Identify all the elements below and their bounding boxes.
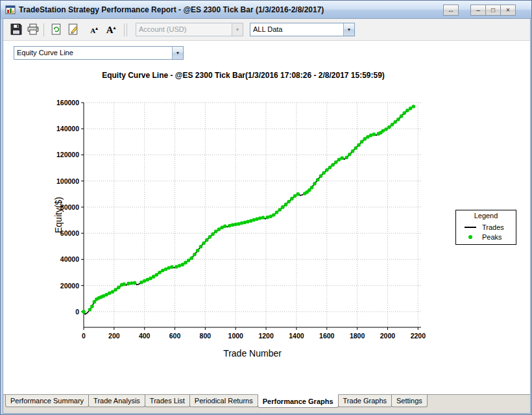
graph-type-combobox-value: Equity Curve Line: [17, 49, 171, 57]
chart-legend: Legend TradesPeaks: [455, 210, 516, 245]
font-increase-button[interactable]: A▴: [103, 22, 119, 38]
tab-performance-summary[interactable]: Performance Summary: [5, 395, 89, 407]
close-button[interactable]: ×: [500, 5, 516, 16]
svg-text:100000: 100000: [56, 177, 79, 185]
tab-trade-analysis[interactable]: Trade Analysis: [88, 395, 145, 407]
svg-text:1800: 1800: [350, 332, 365, 340]
window-nav-button[interactable]: ↔: [443, 5, 459, 16]
tab-trades-list[interactable]: Trades List: [145, 395, 190, 407]
svg-text:40000: 40000: [60, 255, 79, 263]
tab-trade-graphs[interactable]: Trade Graphs: [338, 395, 392, 407]
svg-text:1400: 1400: [289, 332, 304, 340]
account-combobox: Account (USD) ▼: [136, 23, 243, 36]
refresh-report-button[interactable]: [49, 22, 64, 38]
tab-performance-graphs[interactable]: Performance Graphs: [258, 394, 339, 408]
tab-periodical-returns[interactable]: Periodical Returns: [189, 395, 258, 407]
data-range-combobox[interactable]: ALL Data ▼: [250, 23, 355, 36]
svg-text:120000: 120000: [56, 151, 79, 158]
window-title: TradeStation Strategy Performance Report…: [19, 5, 324, 14]
svg-text:140000: 140000: [56, 125, 79, 132]
save-icon: [10, 23, 22, 35]
chevron-down-icon: ▼: [172, 47, 183, 59]
toolbar-separator: [124, 23, 125, 36]
svg-text:200: 200: [108, 332, 120, 340]
legend-entry-trades: Trades: [456, 222, 516, 232]
toolbar-separator: [43, 23, 44, 36]
svg-text:1000: 1000: [228, 332, 244, 340]
data-range-combobox-value: ALL Data: [253, 25, 343, 33]
font-decrease-button[interactable]: A▴: [86, 22, 102, 38]
report-properties-icon: [67, 23, 79, 35]
toolbar-separator: [127, 23, 127, 36]
chevron-down-icon: ▼: [232, 23, 243, 36]
svg-text:Trade Number: Trade Number: [223, 348, 282, 358]
tab-settings[interactable]: Settings: [391, 395, 428, 407]
equity-curve-chart: 0200400600800100012001400160018002000220…: [45, 92, 434, 371]
svg-text:2000: 2000: [380, 332, 396, 340]
legend-entries: TradesPeaks: [456, 222, 516, 242]
svg-text:1600: 1600: [319, 332, 335, 340]
refresh-report-icon: [51, 23, 62, 35]
report-tab-bar: Performance SummaryTrade AnalysisTrades …: [3, 394, 530, 413]
minimize-button[interactable]: –: [470, 5, 486, 16]
font-increase-icon: A▴: [106, 25, 115, 35]
graph-type-combobox[interactable]: Equity Curve Line ▼: [14, 46, 184, 60]
window-controls: – □ ×: [470, 5, 516, 16]
peaks-marker-icon: [468, 235, 472, 239]
print-icon: [27, 23, 39, 35]
maximize-button[interactable]: □: [485, 5, 501, 16]
report-properties-button[interactable]: [66, 22, 81, 38]
chart-title: Equity Curve Line - @ES 2300 Tick Bar(1/…: [42, 71, 444, 80]
trades-marker-icon: [465, 227, 476, 228]
svg-text:0: 0: [82, 332, 86, 340]
svg-text:800: 800: [200, 332, 212, 340]
report-body: A▴ A▴ Account (USD) ▼ ALL Data ▼ Equity …: [3, 19, 530, 413]
toolbar: A▴ A▴ Account (USD) ▼ ALL Data ▼: [3, 19, 530, 41]
legend-entry-peaks: Peaks: [456, 232, 516, 242]
legend-label: Peaks: [482, 233, 502, 241]
svg-text:600: 600: [169, 332, 181, 340]
svg-text:20000: 20000: [60, 282, 79, 290]
account-combobox-value: Account (USD): [139, 25, 231, 33]
title-bar: TradeStation Strategy Performance Report…: [1, 1, 531, 19]
svg-text:400: 400: [139, 332, 151, 340]
app-icon: [5, 5, 16, 15]
legend-title: Legend: [456, 210, 516, 222]
svg-text:Equity($): Equity($): [53, 197, 64, 233]
print-button[interactable]: [25, 22, 41, 38]
svg-text:1200: 1200: [258, 332, 274, 340]
svg-text:0: 0: [75, 308, 79, 316]
save-button[interactable]: [8, 22, 24, 38]
legend-label: Trades: [482, 223, 504, 231]
svg-text:2200: 2200: [411, 332, 426, 340]
font-decrease-icon: A▴: [90, 27, 97, 34]
svg-text:160000: 160000: [56, 99, 79, 107]
app-window: TradeStation Strategy Performance Report…: [0, 0, 532, 415]
chevron-down-icon: ▼: [343, 23, 354, 36]
